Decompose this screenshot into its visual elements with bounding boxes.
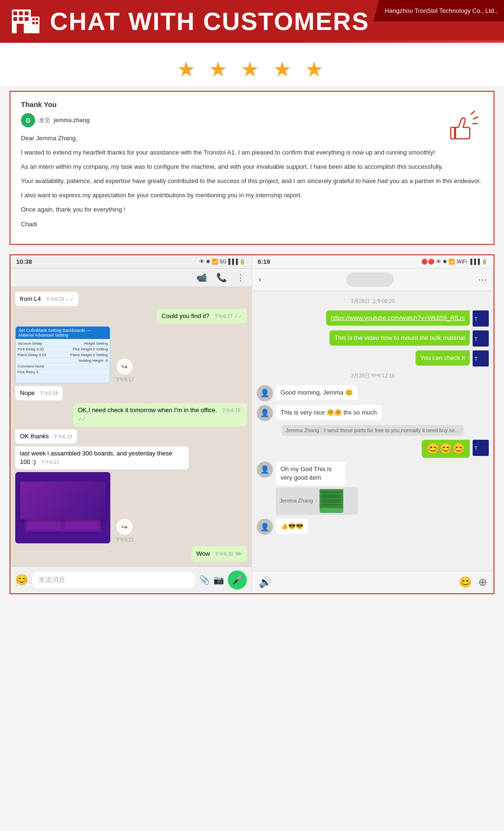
svg-rect-11 [32, 22, 35, 24]
company-avatar: T [473, 350, 489, 367]
svg-rect-21 [27, 510, 60, 529]
svg-rect-9 [32, 18, 35, 20]
msg-time: 下午6:19 [53, 434, 72, 439]
emoji-button[interactable]: 😊 [15, 574, 28, 586]
message-bubble: from L4 下午6:16 ✓✓ [15, 292, 78, 306]
message-bubble: Nope 下午6:18 [15, 386, 63, 400]
message-input[interactable]: 发送消息 [32, 572, 195, 588]
list-item: OK,I need check it tomorrow when I'm in … [15, 403, 247, 426]
more-options-icon[interactable]: ⋮ [236, 272, 245, 283]
left-input-bar: 😊 发送消息 📎 📷 🎤 [10, 566, 252, 593]
list-item: 👤 Oh my God This is very good item Jemma… [257, 462, 489, 515]
company-name: Hangzhou TronStol Technology Co., Ltd., [373, 0, 504, 21]
right-nav: ‹ ⋯ [252, 269, 494, 291]
card-line-3: As an intern within my company, my task … [21, 162, 483, 172]
left-status-icons: 👁 ✱ 📶 5G▐▐▐ 🔋 [199, 259, 246, 265]
card-line-5: I also want to express my appreciation f… [21, 190, 483, 201]
right-input-icons: 😊 ⊕ [459, 576, 487, 589]
svg-text:T: T [475, 357, 477, 362]
msg-time: 下午6:21 [115, 537, 134, 543]
card-line-1: Dear Jemma Zhang, [21, 133, 483, 144]
emoji-message: 😊😊😊 [422, 440, 470, 458]
check-icon: ✓✓ [66, 297, 74, 302]
video-call-icon[interactable]: 📹 [196, 272, 207, 283]
company-avatar: T [473, 330, 489, 347]
list-item: T https://www.youtube.com/watch?v=Wk859_… [257, 310, 489, 327]
msg-time: 下午6:18 [222, 408, 240, 413]
sender-avatar: G [21, 113, 35, 127]
list-item: Jemma Zhang：I send those parts for free … [257, 425, 489, 436]
chat-section: 10:38 👁 ✱ 📶 5G▐▐▐ 🔋 📹 📞 ⋮ from L4 下午6:16… [10, 254, 494, 594]
list-item: 👤 👍😎😎 [257, 519, 489, 535]
svg-rect-19 [27, 486, 60, 505]
page-title: CHAT WITH CUSTOMERS [50, 7, 369, 36]
right-input-bar: 🔊 😊 ⊕ [252, 571, 494, 593]
card-line-4: Your availability, patience, and experti… [21, 176, 483, 186]
svg-rect-20 [65, 486, 98, 505]
msg-time: 下午6:16 [46, 297, 64, 302]
thumbs-up-icon [445, 109, 478, 145]
customer-avatar: 👤 [257, 519, 273, 535]
msg-time: 下午6:30 [214, 551, 233, 557]
forward-button[interactable]: ↪ [116, 358, 133, 375]
svg-rect-7 [17, 24, 24, 33]
svg-rect-4 [13, 17, 17, 21]
youtube-link[interactable]: https://www.youtube.com/watch?v=Wk859_Rf… [331, 314, 465, 321]
svg-line-14 [474, 117, 478, 119]
mic-button[interactable]: 🎤 [228, 570, 247, 589]
right-time: 6:19 [258, 258, 270, 265]
camera-button[interactable]: 📷 [213, 575, 224, 585]
msg-time: 下午6:17 [214, 314, 233, 319]
svg-rect-12 [36, 22, 38, 24]
system-message: Jemma Zhang： [276, 487, 358, 515]
list-item: last week i assambled 300 boards, and ye… [15, 446, 247, 469]
message-bubble: This is the video how to mount the bulk … [330, 330, 470, 346]
card-line-6: Once again, thank you for everything ! [21, 204, 483, 215]
voice-button[interactable]: 🔊 [259, 576, 271, 589]
card-sender: G 发至 jemma.zhang [21, 113, 483, 127]
customer-avatar: 👤 [257, 385, 273, 401]
company-avatar: T [473, 310, 489, 327]
emoji-button[interactable]: 😊 [459, 576, 472, 589]
attach-button[interactable]: 📎 [199, 575, 210, 585]
svg-rect-5 [19, 17, 23, 21]
msg-time: 下午6:21 [40, 460, 59, 465]
svg-text:T: T [475, 317, 477, 322]
card-line-7: Chadi [21, 219, 483, 230]
left-toolbar: 📹 📞 ⋮ [10, 269, 252, 287]
svg-point-25 [32, 512, 37, 517]
company-logo [10, 5, 43, 38]
product-image [320, 489, 343, 513]
add-button[interactable]: ⊕ [478, 576, 487, 589]
svg-rect-2 [19, 11, 23, 15]
back-button[interactable]: ‹ [259, 275, 261, 284]
right-status-icons: 🔴🔴 👁 ✱ 📶 WiFi ▐▐▐ 🔋 [421, 259, 488, 265]
svg-rect-6 [25, 17, 29, 21]
message-bubble: OK thanks 下午6:19 [15, 429, 77, 444]
customer-avatar: 👤 [257, 405, 273, 421]
right-status-bar: 6:19 🔴🔴 👁 ✱ 📶 WiFi ▐▐▐ 🔋 [252, 255, 494, 269]
right-messages: 3月28日 上午08:20 T https://www.youtube.com/… [252, 291, 494, 571]
message-bubble: OK,I need check it tomorrow when I'm in … [73, 403, 247, 426]
msg-time: 下午6:17 [115, 377, 134, 383]
svg-text:T: T [475, 337, 477, 342]
left-status-bar: 10:38 👁 ✱ 📶 5G▐▐▐ 🔋 [10, 255, 252, 269]
message-bubble: Good morning, Jemma 😊 [276, 385, 358, 400]
card-title: Thank You [21, 100, 483, 108]
date-divider: 3月28日 上午08:20 [257, 298, 489, 305]
forward-button[interactable]: ↪ [116, 519, 133, 535]
message-bubble: last week i assambled 300 boards, and ye… [15, 446, 189, 469]
svg-rect-8 [31, 17, 39, 33]
customer-avatar: 👤 [257, 462, 273, 478]
system-message: Jemma Zhang：I send those parts for free … [282, 425, 464, 436]
svg-line-13 [471, 111, 475, 114]
message-bubble: Wow 下午6:30 ≫ [192, 546, 247, 561]
more-options-button[interactable]: ⋯ [478, 274, 487, 285]
card-body: Dear Jemma Zhang, I wanted to extend my … [21, 133, 483, 230]
list-item: OK thanks 下午6:19 [15, 429, 247, 444]
check-icon: ✓✓ [78, 416, 86, 422]
list-item: ↪ 下午6:21 [15, 472, 247, 543]
msg-time: 下午6:18 [39, 391, 58, 396]
phone-icon[interactable]: 📞 [216, 272, 227, 283]
star-rating: ★ ★ ★ ★ ★ [10, 57, 494, 81]
